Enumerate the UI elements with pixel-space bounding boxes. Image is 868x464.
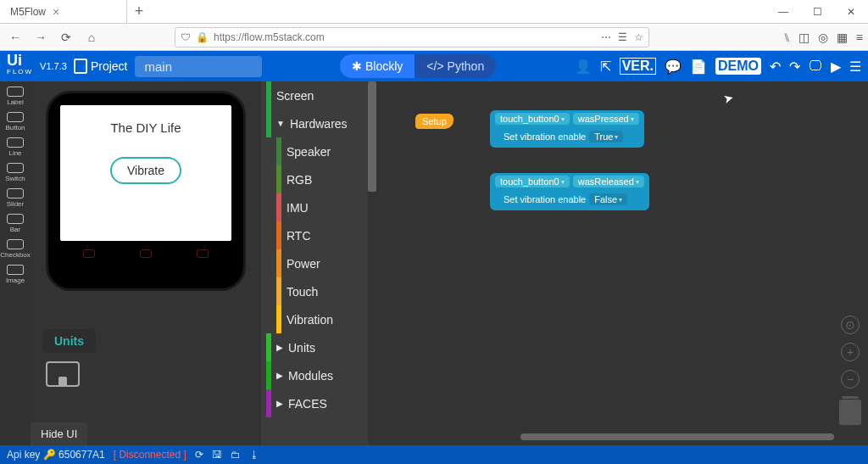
home-icon[interactable]: ⌂ (81, 27, 102, 48)
maximize-icon[interactable]: ☐ (800, 6, 834, 18)
rail-checkbox[interactable]: Checkbox (0, 238, 31, 260)
event-chip: wasReleased▾ (573, 176, 644, 187)
close-tab-icon[interactable]: × (53, 5, 59, 19)
refresh-icon[interactable]: ⟳ (195, 449, 203, 461)
apikey-label: Api key 🔑 650677A1 (7, 449, 105, 461)
app-logo: UiFLOW (7, 54, 33, 78)
mode-blockly[interactable]: ✱ Blockly (340, 54, 415, 78)
list-icon[interactable]: ☰ (849, 59, 861, 75)
units-label[interactable]: Units (42, 329, 96, 353)
download-icon[interactable]: ⭳ (249, 449, 259, 461)
category-units[interactable]: ▶Units (261, 333, 376, 361)
back-icon[interactable]: ← (5, 27, 25, 48)
star-icon[interactable]: ☆ (634, 31, 643, 43)
redo-icon[interactable]: ↷ (789, 59, 800, 75)
url-bar[interactable]: 🛡 🔒 https://flow.m5stack.com ⋯ ☰ ☆ (175, 27, 649, 48)
category-imu[interactable]: IMU (261, 193, 376, 221)
event-block-released[interactable]: touch_button0▾ wasReleased▾ Set vibratio… (490, 173, 649, 210)
url-text: https://flow.m5stack.com (214, 31, 325, 43)
more-icon[interactable]: ⋯ (601, 31, 611, 43)
device-frame: The DIY Life Vibrate (48, 93, 243, 288)
category-touch[interactable]: Touch (261, 277, 376, 305)
mode-switch: ✱ Blockly </> Python (340, 54, 496, 78)
category-rtc[interactable]: RTC (261, 221, 376, 249)
user-icon[interactable]: 👤 (575, 59, 592, 75)
zoom-out-icon[interactable]: − (841, 370, 860, 389)
ext1-icon[interactable]: ▦ (837, 31, 848, 44)
trash-icon[interactable] (839, 400, 861, 425)
category-power[interactable]: Power (261, 249, 376, 277)
mouse-cursor-icon: ➤ (722, 91, 736, 107)
app-body: Label Button Line Switch Slider Bar Chec… (0, 81, 868, 445)
rail-image[interactable]: Image (6, 263, 25, 285)
minimize-icon[interactable]: — (766, 6, 800, 18)
rail-button[interactable]: Button (5, 110, 25, 132)
close-window-icon[interactable]: ✕ (834, 6, 868, 18)
shield-icon: 🛡 (181, 31, 191, 43)
rail-slider[interactable]: Slider (7, 187, 24, 209)
account-icon[interactable]: ◎ (818, 31, 828, 44)
run-icon[interactable]: ▶ (831, 59, 841, 75)
category-modules[interactable]: ▶Modules (261, 361, 376, 389)
forward-icon[interactable]: → (31, 27, 51, 48)
library-icon[interactable]: ⑊ (783, 31, 790, 44)
browser-tab[interactable]: M5Flow × (0, 0, 127, 23)
category-faces[interactable]: ▶FACES (261, 389, 376, 417)
version-button[interactable]: VER. (620, 58, 656, 75)
reload-icon[interactable]: ⟳ (56, 27, 76, 48)
project-button[interactable]: Project (74, 59, 128, 74)
device-screen[interactable]: The DIY Life Vibrate (60, 105, 231, 241)
menu-icon[interactable]: ≡ (856, 31, 863, 44)
canvas-scrollbar[interactable] (520, 433, 834, 440)
center-icon[interactable]: ⊙ (841, 316, 860, 334)
undo-icon[interactable]: ↶ (770, 59, 781, 75)
header-actions: 👤 ⇱ VER. 💬 📄 DEMO ↶ ↷ 🖵 ▶ ☰ (575, 58, 861, 75)
category-screen[interactable]: Screen (261, 81, 376, 109)
device-icon[interactable]: 🖵 (809, 59, 822, 74)
value-chip: False▾ (589, 193, 627, 205)
rail-bar[interactable]: Bar (7, 212, 24, 234)
chat-icon[interactable]: 💬 (665, 59, 682, 75)
demo-button[interactable]: DEMO (715, 58, 761, 75)
status-bar: Api key 🔑 650677A1 [ Disconnected ] ⟳ 🖫 … (0, 445, 868, 464)
doc-icon[interactable]: 📄 (690, 59, 707, 75)
device-preview: The DIY Life Vibrate Units Hide UI (31, 81, 261, 445)
zoom-in-icon[interactable]: + (841, 343, 860, 361)
project-name-field[interactable]: main (135, 56, 262, 77)
tab-title: M5Flow (10, 6, 46, 18)
category-vibration[interactable]: Vibration (261, 305, 376, 333)
vibrate-button[interactable]: Vibrate (110, 157, 181, 184)
puzzle-icon: ✱ (352, 59, 362, 73)
version-label: V1.7.3 (40, 61, 67, 71)
mode-python[interactable]: </> Python (415, 54, 496, 78)
event-block-pressed[interactable]: touch_button0▾ wasPressed▾ Set vibration… (490, 110, 644, 148)
code-icon: </> (426, 59, 443, 73)
category-hardwares[interactable]: ▼Hardwares (261, 109, 376, 137)
category-rgb[interactable]: RGB (261, 165, 376, 193)
save-icon[interactable]: 🖫 (212, 449, 222, 461)
event-chip: wasPressed▾ (573, 113, 639, 125)
block-categories: Screen▼HardwaresSpeakerRGBIMURTCPowerTou… (261, 81, 376, 445)
lock-icon: 🔒 (196, 31, 209, 43)
unit-slot[interactable] (46, 361, 80, 387)
blockly-canvas[interactable]: Setup touch_button0▾ wasPressed▾ Set vib… (376, 81, 868, 445)
reader-icon[interactable]: ☰ (618, 31, 627, 43)
rail-line[interactable]: Line (7, 136, 24, 158)
browser-toolbar: ← → ⟳ ⌂ 🛡 🔒 https://flow.m5stack.com ⋯ ☰… (0, 24, 868, 51)
category-scrollbar[interactable] (368, 81, 376, 445)
project-icon (74, 59, 87, 74)
window-controls: — ☐ ✕ (766, 6, 868, 18)
app-header: UiFLOW V1.7.3 Project main ✱ Blockly </>… (0, 51, 868, 81)
connection-status: [ Disconnected ] (114, 449, 186, 461)
sidebar-icon[interactable]: ◫ (798, 31, 810, 44)
upload-icon[interactable]: ⇱ (600, 59, 611, 75)
rail-label[interactable]: Label (7, 85, 24, 107)
setup-block[interactable]: Setup (415, 114, 453, 129)
value-chip: True▾ (589, 131, 623, 143)
rail-switch[interactable]: Switch (5, 161, 25, 183)
new-tab-button[interactable]: + (127, 3, 151, 20)
category-speaker[interactable]: Speaker (261, 137, 376, 165)
open-icon[interactable]: 🗀 (231, 449, 241, 461)
hide-ui-button[interactable]: Hide UI (31, 422, 87, 445)
canvas-controls: ⊙ + − (841, 316, 860, 389)
